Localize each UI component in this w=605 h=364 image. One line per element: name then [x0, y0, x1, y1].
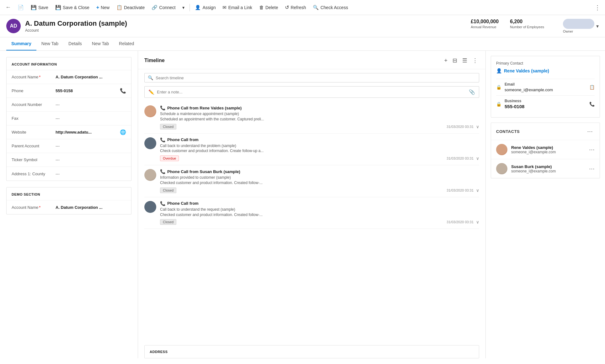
- expand-chevron-icon[interactable]: ∨: [476, 156, 479, 161]
- owner-chevron-icon[interactable]: ▾: [596, 23, 599, 29]
- fax-value[interactable]: ---: [56, 116, 126, 121]
- employees-field: 6,200 Number of Employees: [510, 19, 544, 29]
- assign-label: Assign: [202, 5, 216, 10]
- contact-info: Rene Valdes (sample) someone_i@example.c…: [511, 145, 585, 154]
- tab-details[interactable]: Details: [63, 37, 87, 50]
- account-number-label: Account Number: [12, 102, 56, 107]
- address-title: ADDRESS: [145, 346, 479, 358]
- chevron-down-icon: ▾: [182, 5, 185, 10]
- timeline-item-desc: Schedule a maintenance appointment (samp…: [160, 111, 479, 122]
- left-panel: ACCOUNT INFORMATION Account Name* A. Dat…: [0, 51, 138, 358]
- tabs-bar: Summary New Tab Details New Tab Related: [0, 37, 605, 51]
- contact-email: someone_i@example.com: [511, 150, 585, 154]
- search-input[interactable]: [156, 76, 476, 80]
- toolbar-divider: [190, 4, 190, 11]
- connect-chevron-button[interactable]: ▾: [179, 3, 188, 12]
- timeline-item-desc: Call back to understand the problem (sam…: [160, 143, 479, 154]
- demo-account-name-label: Account Name*: [12, 205, 56, 210]
- primary-contact-name: Rene Valdes (sample): [504, 68, 549, 73]
- contact-name[interactable]: Rene Valdes (sample): [511, 145, 585, 150]
- new-icon: +: [96, 5, 99, 10]
- contact-item-more-button[interactable]: ⋯: [589, 165, 595, 172]
- tab-summary[interactable]: Summary: [6, 37, 36, 50]
- status-badge: Closed: [160, 187, 176, 193]
- contact-item-more-button[interactable]: ⋯: [589, 146, 595, 153]
- tab-related[interactable]: Related: [114, 37, 139, 50]
- website-icon[interactable]: 🌐: [120, 129, 126, 135]
- business-label: Business: [505, 99, 589, 103]
- record-header: AD A. Datum Corporation (sample) Account…: [0, 15, 605, 37]
- pencil-icon: ✏️: [148, 89, 154, 95]
- phone-call-icon: 📞: [160, 137, 165, 142]
- email-detail-content: Email someone_i@example.com: [505, 82, 589, 92]
- timestamp: 31/03/2020 03:31: [447, 156, 474, 160]
- timeline-avatar: [144, 201, 156, 213]
- owner-value[interactable]: [563, 19, 594, 29]
- phone-icon[interactable]: 📞: [120, 88, 126, 94]
- email-value: someone_i@example.com: [505, 87, 553, 92]
- timeline-layout-button[interactable]: ☰: [461, 56, 468, 65]
- timeline-add-button[interactable]: +: [443, 56, 449, 65]
- note-input[interactable]: [157, 90, 466, 94]
- email-link-button[interactable]: ✉ Email a Link: [219, 3, 255, 12]
- assign-button[interactable]: 👤 Assign: [192, 3, 219, 12]
- contact-info: Susan Burk (sample) someone_l@example.co…: [511, 164, 585, 173]
- phone-row: Phone 555-0158 📞: [7, 84, 131, 98]
- contact-item: Rene Valdes (sample) someone_i@example.c…: [491, 140, 600, 159]
- timeline-filter-button[interactable]: ⊟: [451, 56, 458, 65]
- phone-value[interactable]: 555-0158: [56, 88, 117, 93]
- refresh-button[interactable]: ↺ Refresh: [282, 3, 309, 12]
- address-section: ADDRESS: [144, 345, 479, 358]
- tab-new-tab-1[interactable]: New Tab: [36, 37, 63, 50]
- record-subtitle: Account: [25, 28, 471, 33]
- refresh-label: Refresh: [291, 5, 306, 10]
- expand-chevron-icon[interactable]: ∨: [476, 124, 479, 129]
- account-name-value[interactable]: A. Datum Corporation ...: [56, 75, 126, 79]
- check-access-button[interactable]: 🔍 Check Access: [310, 3, 351, 12]
- more-actions-button[interactable]: ⋮: [592, 3, 602, 13]
- primary-contact-name-link[interactable]: 👤 Rene Valdes (sample): [496, 68, 595, 74]
- contacts-more-button[interactable]: ⋯: [585, 127, 595, 135]
- connect-icon: 🔗: [152, 5, 158, 10]
- connect-button[interactable]: 🔗 Connect: [148, 3, 179, 12]
- document-icon-button[interactable]: 📄: [14, 3, 27, 12]
- timestamp: 31/03/2020 03:31: [447, 125, 474, 129]
- demo-account-name-value[interactable]: A. Datum Corporation ...: [56, 205, 126, 210]
- lock-icon-2: 🔒: [496, 102, 501, 107]
- timeline-item-title: 📞 Phone Call from Susan Burk (sample): [160, 169, 479, 174]
- check-access-label: Check Access: [320, 5, 348, 10]
- deactivate-button[interactable]: 📋 Deactivate: [113, 3, 148, 12]
- account-number-value[interactable]: ---: [56, 102, 126, 107]
- account-information-section: ACCOUNT INFORMATION Account Name* A. Dat…: [6, 57, 131, 181]
- delete-button[interactable]: 🗑 Delete: [256, 3, 281, 12]
- record-title: A. Datum Corporation (sample): [25, 19, 471, 28]
- website-value[interactable]: http://www.adatu...: [56, 130, 117, 135]
- timeline-item-content: 📞 Phone Call from Susan Burk (sample) In…: [160, 169, 479, 193]
- note-input-row: ✏️ 📎: [144, 86, 479, 98]
- timeline-item-desc: Call back to understand the request (sam…: [160, 207, 479, 218]
- timeline-item-content: 📞 Phone Call from Call back to understan…: [160, 201, 479, 225]
- contact-name[interactable]: Susan Burk (sample): [511, 164, 585, 169]
- save-close-button[interactable]: 💾 Save & Close: [52, 3, 93, 12]
- save-close-label: Save & Close: [63, 5, 89, 10]
- attach-icon[interactable]: 📎: [469, 89, 475, 95]
- timeline-item-footer: Closed 31/03/2020 03:31 ∨: [160, 187, 479, 193]
- expand-chevron-icon[interactable]: ∨: [476, 188, 479, 193]
- business-value: 555-0108: [505, 104, 524, 109]
- save-button[interactable]: 💾 Save: [28, 3, 51, 12]
- avatar: AD: [6, 19, 21, 33]
- edit-icon[interactable]: 📋: [589, 85, 595, 90]
- owner-field: Owner ▾: [563, 19, 599, 33]
- email-label: Email: [505, 82, 589, 87]
- new-button[interactable]: + New: [93, 3, 113, 12]
- phone-dial-icon[interactable]: 📞: [589, 102, 595, 107]
- expand-chevron-icon[interactable]: ∨: [476, 219, 479, 224]
- ticker-symbol-value[interactable]: ---: [56, 157, 126, 162]
- back-button[interactable]: ←: [3, 2, 14, 13]
- parent-account-value[interactable]: ---: [56, 144, 126, 148]
- timeline-more-button[interactable]: ⋮: [471, 56, 479, 65]
- tab-new-tab-2[interactable]: New Tab: [87, 37, 114, 50]
- right-panel: Primary Contact 👤 Rene Valdes (sample) 🔒…: [486, 51, 605, 358]
- middle-panel: Timeline + ⊟ ☰ ⋮ 🔍 ✏️ 📎 📞: [138, 51, 486, 358]
- address-county-value[interactable]: ---: [56, 171, 126, 176]
